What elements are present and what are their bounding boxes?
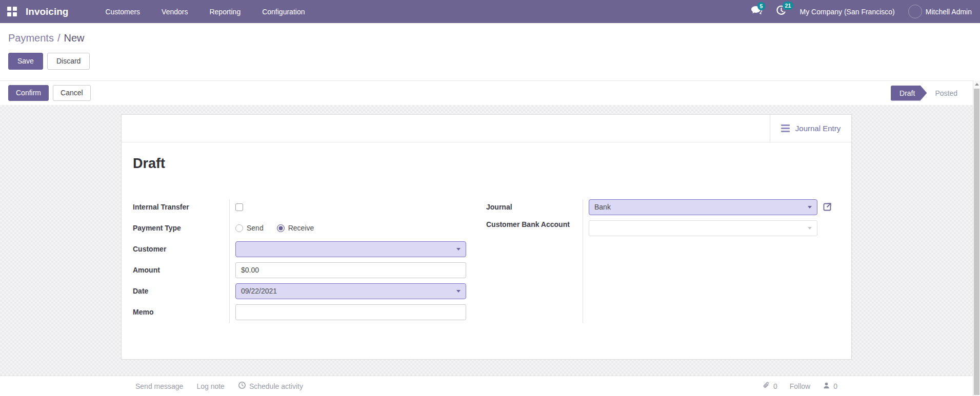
vertical-scrollbar[interactable] bbox=[973, 80, 980, 396]
payment-form-sheet: Journal Entry Draft Internal Transfer Pa… bbox=[121, 114, 852, 360]
sheet-button-box: Journal Entry bbox=[122, 115, 851, 142]
internal-transfer-checkbox[interactable] bbox=[235, 203, 243, 211]
paperclip-icon bbox=[763, 381, 770, 391]
date-label: Date bbox=[133, 286, 229, 297]
customer-row: Customer bbox=[133, 240, 464, 258]
external-link-icon[interactable] bbox=[822, 202, 832, 212]
status-posted[interactable]: Posted bbox=[935, 89, 957, 97]
date-input[interactable]: 09/22/2021 bbox=[235, 283, 466, 299]
record-action-buttons: Confirm Cancel bbox=[8, 85, 91, 101]
menu-configuration[interactable]: Configuration bbox=[262, 8, 305, 16]
statusbar: Draft Posted bbox=[891, 86, 957, 101]
scrollbar-thumb[interactable] bbox=[974, 89, 979, 395]
follower-person-icon bbox=[823, 382, 830, 391]
journal-entry-bars-icon bbox=[781, 124, 790, 132]
activities-badge: 21 bbox=[783, 2, 794, 10]
user-name: Mitchell Admin bbox=[926, 8, 972, 16]
avatar bbox=[908, 5, 922, 18]
memo-row: Memo bbox=[133, 303, 464, 321]
form-view-background: Journal Entry Draft Internal Transfer Pa… bbox=[0, 105, 973, 376]
save-button[interactable]: Save bbox=[8, 53, 43, 70]
messages-badge: 5 bbox=[757, 2, 766, 10]
payment-type-row: Payment Type Send Receive bbox=[133, 219, 464, 237]
dropdown-caret-icon bbox=[456, 248, 461, 251]
topbar-right: 5 21 My Company (San Francisco) Mitchell… bbox=[751, 5, 972, 18]
breadcrumb-payments[interactable]: Payments bbox=[8, 32, 54, 44]
amount-label: Amount bbox=[133, 265, 229, 276]
followers-button[interactable]: 0 bbox=[823, 382, 837, 391]
attachments-button[interactable]: 0 bbox=[763, 381, 777, 391]
cancel-button[interactable]: Cancel bbox=[53, 85, 91, 101]
date-row: Date 09/22/2021 bbox=[133, 282, 464, 300]
memo-label: Memo bbox=[133, 307, 229, 318]
menu-vendors[interactable]: Vendors bbox=[162, 8, 188, 16]
payment-form: Internal Transfer Payment Type Send Rece… bbox=[133, 198, 840, 324]
schedule-clock-icon bbox=[238, 381, 246, 391]
customer-bank-account-input[interactable] bbox=[589, 220, 817, 236]
sheet-body: Draft Internal Transfer Payment Type Sen… bbox=[122, 156, 851, 324]
internal-transfer-label: Internal Transfer bbox=[133, 202, 229, 213]
journal-input[interactable]: Bank bbox=[589, 199, 817, 215]
journal-row: Journal Bank bbox=[486, 198, 831, 216]
top-nav-bar: Invoicing Customers Vendors Reporting Co… bbox=[0, 0, 980, 23]
form-group-left: Internal Transfer Payment Type Send Rece… bbox=[133, 198, 464, 324]
log-note-button[interactable]: Log note bbox=[196, 382, 225, 390]
schedule-activity-button[interactable]: Schedule activity bbox=[238, 381, 303, 391]
form-status-row: Confirm Cancel Draft Posted bbox=[0, 80, 973, 105]
main-menu: Customers Vendors Reporting Configuratio… bbox=[105, 8, 305, 16]
breadcrumb-separator: / bbox=[57, 32, 61, 44]
form-group-right: Journal Bank Customer Bank Account bbox=[486, 198, 831, 324]
control-panel: Payments/New Save Discard bbox=[0, 23, 980, 80]
menu-customers[interactable]: Customers bbox=[105, 8, 140, 16]
amount-input[interactable]: $0.00 bbox=[235, 262, 466, 278]
user-menu[interactable]: Mitchell Admin bbox=[908, 5, 972, 18]
scrollbar-up-arrow-icon[interactable] bbox=[973, 80, 980, 88]
apps-grid-icon[interactable] bbox=[7, 7, 17, 16]
company-switcher[interactable]: My Company (San Francisco) bbox=[800, 8, 895, 16]
payment-type-label: Payment Type bbox=[133, 223, 229, 234]
journal-entry-button[interactable]: Journal Entry bbox=[770, 115, 851, 142]
customer-input[interactable] bbox=[235, 241, 466, 257]
send-message-button[interactable]: Send message bbox=[135, 382, 183, 390]
breadcrumb-new: New bbox=[64, 32, 85, 44]
discard-button[interactable]: Discard bbox=[47, 53, 90, 70]
breadcrumb: Payments/New bbox=[8, 31, 972, 45]
amount-row: Amount $0.00 bbox=[133, 261, 464, 279]
dropdown-caret-icon bbox=[456, 290, 461, 293]
dropdown-caret-icon bbox=[808, 227, 812, 230]
internal-transfer-row: Internal Transfer bbox=[133, 198, 464, 216]
customer-label: Customer bbox=[133, 244, 229, 255]
follow-button[interactable]: Follow bbox=[790, 382, 810, 390]
control-panel-buttons: Save Discard bbox=[8, 53, 972, 70]
payment-type-send-radio[interactable] bbox=[235, 224, 243, 232]
payment-type-send-label[interactable]: Send bbox=[247, 224, 264, 232]
record-state-title: Draft bbox=[133, 156, 840, 172]
customer-bank-account-label: Customer Bank Account bbox=[486, 219, 583, 230]
activities-button[interactable]: 21 bbox=[776, 5, 787, 18]
messages-button[interactable]: 5 bbox=[751, 6, 763, 17]
payment-type-receive-radio[interactable] bbox=[277, 224, 285, 232]
journal-entry-label: Journal Entry bbox=[795, 124, 841, 133]
menu-reporting[interactable]: Reporting bbox=[209, 8, 241, 16]
app-name[interactable]: Invoicing bbox=[26, 6, 68, 17]
journal-label: Journal bbox=[486, 202, 583, 213]
status-draft[interactable]: Draft bbox=[891, 86, 927, 101]
customer-bank-account-row: Customer Bank Account bbox=[486, 219, 831, 237]
confirm-button[interactable]: Confirm bbox=[8, 85, 49, 101]
memo-input[interactable] bbox=[235, 304, 466, 320]
dropdown-caret-icon bbox=[808, 206, 812, 209]
payment-type-receive-label[interactable]: Receive bbox=[288, 224, 314, 232]
chatter: Send message Log note Schedule activity … bbox=[0, 376, 973, 396]
